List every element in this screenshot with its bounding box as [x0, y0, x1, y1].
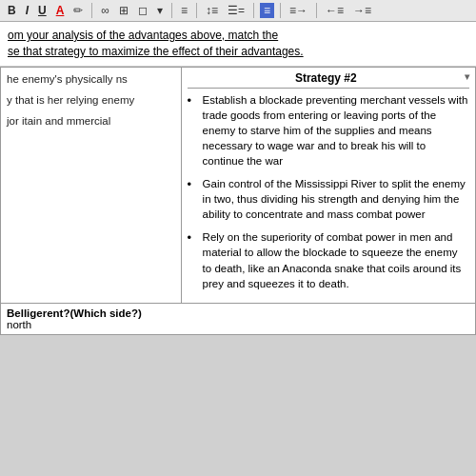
- pencil-icon[interactable]: ✏: [70, 3, 86, 18]
- left-content: he enemy's physically ns y that is her r…: [7, 71, 175, 129]
- separator-4: [253, 3, 254, 18]
- separator-1: [91, 3, 92, 18]
- left-cell: he enemy's physically ns y that is her r…: [1, 67, 182, 303]
- bullet-item-2: • Gain control of the Mississippi River …: [188, 176, 469, 222]
- bullet-text-2: Gain control of the Mississippi River to…: [203, 176, 469, 222]
- strategy2-cell: Strategy #2 ▾ • Establish a blockade pre…: [181, 67, 475, 303]
- dropdown-icon[interactable]: ▾: [154, 3, 166, 18]
- link-icon[interactable]: ∞: [98, 3, 112, 18]
- left-text-1: he enemy's physically ns: [7, 73, 128, 85]
- separator-6: [316, 3, 317, 18]
- line-spacing-icon[interactable]: ↕≡: [203, 3, 221, 18]
- image-icon[interactable]: ◻: [135, 3, 150, 18]
- bullet-text-1: Establish a blockade preventing merchant…: [203, 92, 469, 169]
- left-text-3: jor itain and mmercial: [7, 115, 110, 127]
- scroll-indicator: ▾: [465, 71, 469, 82]
- separator-3: [196, 3, 197, 18]
- strategy2-header-text: Strategy #2: [295, 71, 357, 85]
- bullet-3: •: [188, 229, 199, 247]
- italic-button[interactable]: I: [23, 3, 31, 18]
- strategy2-header: Strategy #2 ▾: [188, 71, 469, 89]
- instructions-block: om your analysis of the advantages above…: [0, 22, 476, 67]
- main-table: he enemy's physically ns y that is her r…: [0, 67, 476, 335]
- bullet-item-3: • Rely on the superiority of combat powe…: [188, 229, 469, 290]
- belligerent-label: Belligerent?(Which side?): [7, 307, 469, 319]
- table-icon[interactable]: ⊞: [116, 3, 131, 18]
- bullet-text-3: Rely on the superiority of combat power …: [203, 229, 469, 290]
- indent-icon[interactable]: →≡: [350, 3, 374, 18]
- bullet-2: •: [188, 176, 199, 193]
- separator-2: [171, 3, 172, 18]
- instruction-text1: om your analysis of the advantages above…: [8, 29, 278, 42]
- align-icon[interactable]: ≡: [178, 3, 190, 18]
- instruction-line2: se that strategy to maximize the effect …: [8, 44, 468, 60]
- toolbar: B I U A ✏ ∞ ⊞ ◻ ▾ ≡ ↕≡ ☰= ≡ ≡→ ←≡ →≡: [0, 0, 476, 22]
- table-row-main: he enemy's physically ns y that is her r…: [1, 67, 476, 303]
- left-text-2: y that is her relying enemy: [7, 94, 134, 106]
- strategy2-container: Strategy #2 ▾ • Establish a blockade pre…: [188, 71, 469, 291]
- font-color-button[interactable]: A: [53, 3, 68, 18]
- underline-button[interactable]: U: [35, 3, 50, 18]
- left-row-3: jor itain and mmercial: [7, 113, 175, 129]
- instruction-text2: se that strategy to maximize the effect …: [8, 45, 304, 58]
- indent-less-icon[interactable]: ←≡: [323, 3, 347, 18]
- belligerent-cell: Belligerent?(Which side?) north: [1, 303, 476, 334]
- left-row-1: he enemy's physically ns: [7, 71, 175, 87]
- belligerent-row: Belligerent?(Which side?) north: [1, 303, 476, 334]
- bullets-icon[interactable]: ☰=: [225, 3, 248, 18]
- belligerent-value: north: [7, 319, 469, 330]
- bold-button[interactable]: B: [5, 3, 19, 18]
- bullet-1: •: [188, 92, 199, 109]
- left-row-2: y that is her relying enemy: [7, 92, 175, 108]
- instruction-line1: om your analysis of the advantages above…: [8, 28, 468, 44]
- bullet-item-1: • Establish a blockade preventing mercha…: [188, 92, 469, 169]
- indent-more-icon[interactable]: ≡→: [287, 3, 310, 18]
- content-area: om your analysis of the advantages above…: [0, 22, 476, 335]
- highlight-icon[interactable]: ≡: [260, 3, 274, 18]
- separator-5: [280, 3, 281, 18]
